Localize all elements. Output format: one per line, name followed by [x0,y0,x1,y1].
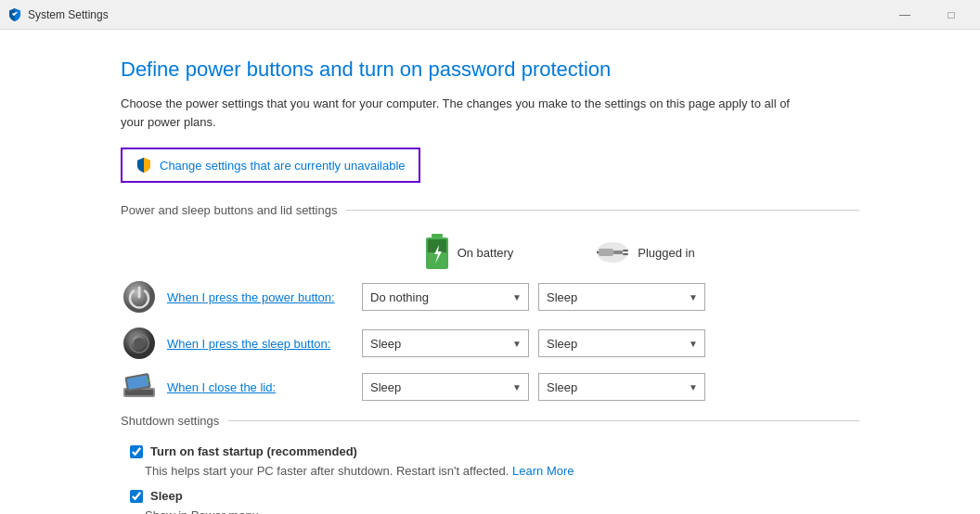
window-controls: — □ [883,0,973,30]
lid-icon [122,373,157,401]
battery-column-label: On battery [458,246,514,260]
svg-rect-6 [599,249,613,256]
power-button-battery-dropdown[interactable]: Do nothing Sleep Hibernate Shut down Tur… [362,283,529,311]
section-divider [346,210,859,211]
lid-label-prefix: When [167,380,202,394]
shutdown-section: Shutdown settings Turn on fast startup (… [121,414,859,514]
column-headers: On battery Plugged in [176,234,859,271]
battery-icon [424,234,450,271]
change-settings-label: Change settings that are currently unava… [160,159,406,173]
power-sleep-title: Power and sleep buttons and lid settings [121,203,337,217]
app-icon [7,7,22,22]
pluggedin-column-header: Plugged in [557,239,733,265]
battery-column-header: On battery [380,234,557,271]
power-button-plugged-dropdown-wrapper[interactable]: Sleep Do nothing Hibernate Shut down Tur… [538,283,705,311]
sleep-button-battery-dropdown-wrapper[interactable]: Sleep Do nothing Hibernate Shut down Tur… [362,329,529,357]
fast-startup-description: This helps start your PC faster after sh… [145,464,859,478]
system-settings-window: System Settings — □ Define power buttons… [0,0,980,514]
lid-battery-dropdown-wrapper[interactable]: Sleep Do nothing Hibernate Shut down Tur… [362,373,529,401]
power-button-label: When I press the power button: [167,290,362,304]
sleep-button-icon [122,327,156,360]
pluggedin-column-label: Plugged in [638,246,694,260]
fast-startup-label[interactable]: Turn on fast startup (recommended) [150,444,357,458]
svg-rect-8 [623,250,628,251]
fast-startup-learn-more-link[interactable]: Learn More [512,464,574,478]
window-title: System Settings [28,8,883,21]
sleep-button-plugged-dropdown[interactable]: Sleep Do nothing Hibernate Shut down Tur… [538,329,705,357]
sleep-shutdown-label[interactable]: Sleep [150,489,183,503]
sleep-shutdown-row: Sleep [130,489,859,503]
power-sleep-section-header: Power and sleep buttons and lid settings [121,203,859,217]
sleep-shutdown-desc-text: Show in Power menu. [145,508,262,514]
page-description: Choose the power settings that you want … [121,95,807,131]
minimize-button[interactable]: — [883,0,926,30]
sleep-button-icon-wrapper [121,327,158,360]
change-settings-button[interactable]: Change settings that are currently unava… [121,148,420,183]
uac-shield-icon [135,157,152,173]
fast-startup-desc-text: This helps start your PC faster after sh… [145,464,509,478]
lid-icon-wrapper [121,373,158,401]
lid-plugged-dropdown-wrapper[interactable]: Sleep Do nothing Hibernate Shut down Tur… [538,373,705,401]
power-button-label-prefix: When [167,290,202,304]
pluggedin-icon [595,239,630,265]
fast-startup-row: Turn on fast startup (recommended) [130,444,859,458]
power-button-icon [122,280,156,314]
power-button-battery-dropdown-wrapper[interactable]: Do nothing Sleep Hibernate Shut down Tur… [362,283,529,311]
svg-rect-7 [613,251,623,254]
lid-battery-dropdown[interactable]: Sleep Do nothing Hibernate Shut down Tur… [362,373,529,401]
titlebar: System Settings — □ [0,0,980,30]
sleep-shutdown-description: Show in Power menu. [145,508,859,514]
shutdown-title: Shutdown settings [121,414,219,428]
power-button-row: When I press the power button: Do nothin… [121,280,859,314]
shutdown-section-divider [228,420,859,421]
power-button-plugged-dropdown[interactable]: Sleep Do nothing Hibernate Shut down Tur… [538,283,705,311]
maximize-button[interactable]: □ [930,0,973,30]
svg-rect-1 [432,234,443,238]
sleep-button-plugged-dropdown-wrapper[interactable]: Sleep Do nothing Hibernate Shut down Tur… [538,329,705,357]
svg-rect-9 [623,253,628,255]
page-title: Define power buttons and turn on passwor… [121,58,859,82]
fast-startup-checkbox[interactable] [130,445,143,458]
sleep-button-battery-dropdown[interactable]: Sleep Do nothing Hibernate Shut down Tur… [362,329,529,357]
shutdown-section-header: Shutdown settings [121,414,859,428]
lid-plugged-dropdown[interactable]: Sleep Do nothing Hibernate Shut down Tur… [538,373,705,401]
lid-row: When I close the lid: Sleep Do nothing H… [121,373,859,401]
sleep-button-label-prefix: When [167,337,202,351]
sleep-button-row: When I press the sleep button: Sleep Do … [121,327,859,360]
lid-label: When I close the lid: [167,380,362,394]
sleep-button-label: When I press the sleep button: [167,337,362,351]
lid-label-suffix: close the lid: [205,380,276,394]
main-content: Define power buttons and turn on passwor… [0,30,980,514]
power-button-icon-wrapper [121,280,158,314]
sleep-shutdown-checkbox[interactable] [130,490,143,503]
svg-point-14 [134,338,145,349]
power-button-label-suffix: press the power button: [205,290,334,304]
sleep-button-label-suffix: press the sleep button: [205,337,330,351]
